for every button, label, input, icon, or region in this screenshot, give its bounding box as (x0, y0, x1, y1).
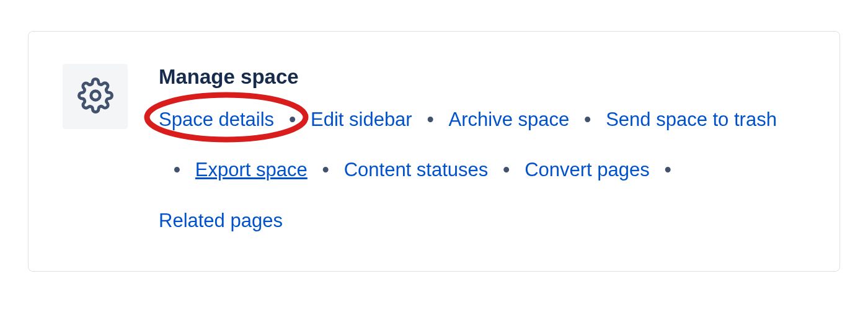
separator: • (174, 156, 180, 183)
separator: • (322, 156, 329, 183)
archive-space-link[interactable]: Archive space (449, 106, 570, 133)
send-space-to-trash-link[interactable]: Send space to trash (606, 106, 777, 133)
separator: • (427, 106, 434, 133)
separator: • (665, 156, 671, 183)
manage-space-content: Manage space Space details • Edit sideba… (159, 63, 805, 234)
export-space-link[interactable]: Export space (195, 156, 308, 183)
edit-sidebar-link[interactable]: Edit sidebar (311, 106, 412, 133)
space-details-link[interactable]: Space details (159, 109, 274, 130)
gear-icon (78, 78, 113, 116)
related-pages-link[interactable]: Related pages (159, 207, 283, 234)
gear-icon-box (63, 64, 128, 129)
separator: • (289, 106, 296, 133)
separator: • (503, 156, 510, 183)
content-statuses-link[interactable]: Content statuses (344, 156, 489, 183)
highlighted-link-wrapper: Space details (159, 106, 274, 133)
section-title: Manage space (159, 65, 805, 89)
convert-pages-link[interactable]: Convert pages (525, 156, 650, 183)
links-row: Space details • Edit sidebar • Archive s… (159, 106, 805, 234)
svg-point-0 (91, 91, 100, 100)
manage-space-card: Manage space Space details • Edit sideba… (28, 31, 840, 272)
separator: • (584, 106, 591, 133)
